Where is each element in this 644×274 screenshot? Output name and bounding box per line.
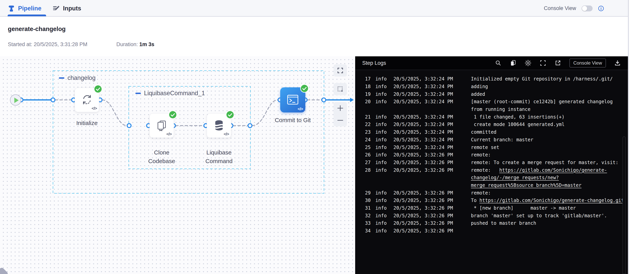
started-at: Started at: 20/5/2025, 3:31:28 PM: [8, 42, 87, 48]
zoom-controls: [334, 102, 347, 126]
log-row: 27info20/5/2025, 3:32:26 PMremote: To cr…: [365, 159, 628, 166]
log-row: 18info20/5/2025, 3:32:24 PMadding: [365, 83, 628, 90]
toggle-knob: [582, 6, 587, 11]
right-divider: [628, 0, 629, 274]
step-label: Clone Codebase: [148, 148, 175, 166]
fullscreen-icon[interactable]: [540, 60, 546, 66]
log-link[interactable]: changelog/-/merge_requests/new?: [471, 175, 559, 180]
log-row: 34info20/5/2025, 3:32:26 PM: [365, 227, 628, 235]
info-icon[interactable]: [598, 6, 604, 12]
success-badge: [226, 111, 234, 118]
success-badge: [301, 85, 308, 92]
log-row: merge_request%5Bsource_branch%5D=master: [365, 182, 628, 189]
inputs-icon: [53, 5, 60, 12]
download-icon[interactable]: [614, 60, 621, 66]
log-row: changelog/-/merge_requests/new?: [365, 174, 628, 182]
log-header: Step Logs: [355, 56, 628, 70]
zoom-in-icon: [337, 105, 344, 112]
tab-pipeline[interactable]: Pipeline: [8, 5, 42, 12]
log-row: 23info20/5/2025, 3:32:24 PMcommitted: [365, 128, 628, 136]
log-row: 17info20/5/2025, 3:32:24 PMInitialized e…: [365, 75, 628, 83]
log-toolbar: Console View: [495, 58, 621, 68]
zoom-in-button[interactable]: [334, 102, 347, 114]
log-row: 21info20/5/2025, 3:32:24 PM 1 file chang…: [365, 113, 628, 121]
log-lines[interactable]: 17info20/5/2025, 3:32:24 PMInitialized e…: [355, 70, 628, 274]
log-link[interactable]: merge_request%5Bsource_branch%5D=master: [471, 182, 582, 188]
sync-icon: [81, 94, 93, 106]
duration-label: Duration:: [116, 42, 138, 47]
started-at-label: Started at:: [8, 42, 32, 47]
step-clone-codebase[interactable]: </>: [150, 114, 174, 138]
log-row: 26info20/5/2025, 3:32:26 PMremote:: [365, 151, 628, 159]
search-icon[interactable]: [495, 60, 502, 66]
canvas-fullscreen-button[interactable]: [334, 64, 347, 76]
stepgroup-liquibasecommand: LiquibaseCommand_1: [136, 90, 205, 97]
success-badge: [94, 86, 102, 93]
zoom-out-icon: [337, 117, 344, 124]
top-nav: Pipeline Inputs Console View: [0, 0, 628, 17]
pipeline-icon: [8, 5, 15, 12]
canvas-select-button[interactable]: [334, 83, 347, 95]
step-initialize[interactable]: </>: [75, 88, 99, 112]
tab-pipeline-label: Pipeline: [18, 5, 42, 12]
copy-icon[interactable]: [510, 60, 516, 66]
log-panel-title: Step Logs: [362, 60, 386, 66]
started-at-value: 20/5/2025, 3:31:28 PM: [34, 42, 87, 47]
log-row: 24info20/5/2025, 3:32:24 PMCurrent branc…: [365, 136, 628, 144]
duration-value: 1m 3s: [139, 42, 154, 47]
pipeline-name: generate-changelog: [8, 26, 66, 32]
code-icon: </>: [92, 106, 97, 111]
log-row: 25info20/5/2025, 3:32:24 PMremote set: [365, 144, 628, 151]
play-icon: [14, 98, 19, 103]
stage-group-label[interactable]: changelog: [68, 74, 96, 82]
log-row: 20info20/5/2025, 3:32:24 PM[master (root…: [365, 98, 628, 106]
collapse-icon[interactable]: [59, 77, 64, 79]
zoom-out-button[interactable]: [334, 114, 347, 126]
step-commit-to-git[interactable]: </>: [280, 87, 305, 112]
step-logs-panel: Step Logs: [355, 56, 628, 274]
clone-codebase-icon: [156, 120, 168, 131]
fullscreen-icon: [337, 67, 344, 74]
log-link[interactable]: https://gitlab.com/Sonichigo/generate-ch…: [479, 198, 624, 203]
pipeline-execution-page: Pipeline Inputs Console View: [0, 0, 644, 274]
console-view-button[interactable]: Console View: [570, 58, 606, 68]
step-label: Commit to Git: [275, 116, 310, 124]
log-row: from running instance: [365, 106, 628, 113]
open-in-new-icon[interactable]: [554, 60, 561, 66]
active-tab-underline: [8, 14, 46, 16]
marquee-select-icon: [337, 86, 344, 93]
view-tabs: Pipeline Inputs: [8, 0, 81, 17]
pipeline-canvas[interactable]: changelog LiquibaseCommand_1 </> Initial…: [0, 56, 355, 274]
success-badge: [169, 111, 176, 118]
log-row: 30info20/5/2025, 3:32:26 PMTo https://gi…: [365, 197, 628, 204]
pipeline-start-node: [10, 94, 21, 106]
run-header: generate-changelog Started at: 20/5/2025…: [0, 17, 628, 56]
tab-inputs[interactable]: Inputs: [53, 5, 81, 12]
log-row: 33info20/5/2025, 3:32:26 PMpushed to mas…: [365, 220, 628, 227]
log-row: 22info20/5/2025, 3:32:24 PM create mode …: [365, 121, 628, 128]
log-row: 31info20/5/2025, 3:32:26 PM * [new branc…: [365, 204, 628, 212]
liquibase-icon: [213, 119, 225, 132]
nav-right-controls: Console View: [544, 0, 604, 17]
stage-group-changelog: changelog: [59, 74, 96, 82]
step-label: Initialize: [76, 119, 98, 128]
step-label: Liquibase Command: [206, 148, 232, 166]
console-view-toggle[interactable]: [582, 6, 592, 12]
collapse-icon[interactable]: [136, 93, 141, 94]
log-scrollbar-thumb[interactable]: [622, 136, 626, 274]
code-icon: </>: [298, 106, 303, 111]
tab-inputs-label: Inputs: [63, 5, 81, 12]
log-row: 29info20/5/2025, 3:32:26 PMremote:: [365, 189, 628, 197]
step-liquibase-command[interactable]: </>: [207, 114, 231, 138]
log-row: 32info20/5/2025, 3:32:26 PMbranch 'maste…: [365, 212, 628, 220]
settings-icon[interactable]: [525, 60, 531, 66]
log-link[interactable]: https://gitlab.com/Sonichigo/generate-: [500, 168, 607, 173]
duration: Duration: 1m 3s: [116, 42, 154, 48]
log-row: 19info20/5/2025, 3:32:24 PMadded: [365, 90, 628, 98]
stepgroup-label[interactable]: LiquibaseCommand_1: [144, 90, 205, 97]
console-view-label: Console View: [544, 5, 576, 12]
code-icon: </>: [166, 132, 172, 136]
terminal-icon: [286, 94, 299, 106]
log-row: 28info20/5/2025, 3:32:26 PMremote: https…: [365, 166, 628, 174]
code-icon: </>: [224, 132, 229, 136]
